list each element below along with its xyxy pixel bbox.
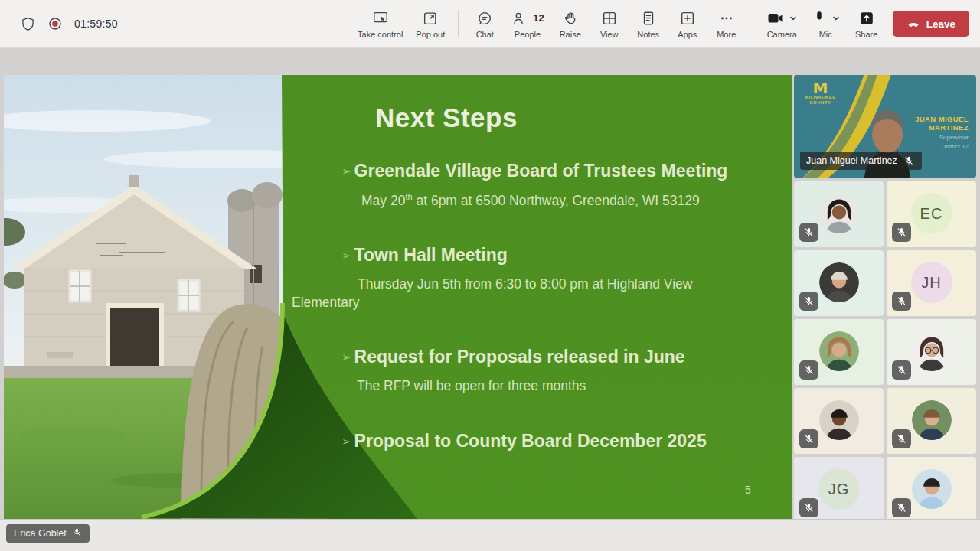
raise-hand-button[interactable]: Raise xyxy=(557,9,583,39)
notes-icon xyxy=(640,10,657,27)
participant-avatar xyxy=(912,469,952,509)
participant-avatar xyxy=(819,331,859,371)
slide-bullet-subtext: The RFP will be open for three months xyxy=(357,378,586,394)
participant-tile-woman-light-brown-hair[interactable] xyxy=(794,319,884,385)
people-count: 12 xyxy=(533,12,544,24)
bullet-arrow: ➢ xyxy=(341,350,351,364)
mic-off-icon xyxy=(799,223,818,242)
slide-bullet-subtext: May 20th at 6pm at 6500 Northway, Greend… xyxy=(361,192,700,209)
participant-tile-man-blue-shirt-tie[interactable] xyxy=(887,457,976,519)
toolbar-right-group: Take control Pop out xyxy=(358,0,969,47)
camera-button[interactable]: Camera xyxy=(766,9,798,39)
slide-bullet-heading: ➢Town Hall Meeting xyxy=(341,245,508,266)
mic-off-icon xyxy=(892,360,911,380)
people-icon xyxy=(511,10,528,27)
bullet-arrow: ➢ xyxy=(341,165,351,178)
participant-tile-woman-dark-curly-hair[interactable] xyxy=(794,181,884,247)
participant-avatar xyxy=(912,331,952,371)
people-button[interactable]: 12 People xyxy=(511,9,544,39)
chat-button[interactable]: Chat xyxy=(472,9,498,39)
people-label: People xyxy=(514,30,541,39)
mic-off-icon xyxy=(799,292,818,311)
slide-bullet-subtext: Elementary xyxy=(292,295,360,311)
slide-bullet-heading: ➢Proposal to County Board December 2025 xyxy=(341,431,707,452)
participant-tile-grid: EC JH xyxy=(794,181,976,519)
participant-avatar xyxy=(819,262,859,302)
leave-phone-icon xyxy=(906,17,920,31)
bullet-arrow: ➢ xyxy=(341,435,351,448)
participant-tile-man-dark-suit[interactable] xyxy=(794,388,884,454)
raise-hand-label: Raise xyxy=(560,30,581,39)
presenter-name: Erica Goblet xyxy=(14,528,67,539)
mic-off-icon xyxy=(892,292,911,311)
camera-icon xyxy=(766,10,785,27)
pop-out-icon xyxy=(422,10,439,27)
camera-label: Camera xyxy=(767,30,797,39)
bottom-bar: Erica Goblet xyxy=(0,519,980,551)
participants-panel: M MILWAUKEE COUNTY JUAN MIGUEL MARTINEZ … xyxy=(794,75,976,519)
participant-avatar xyxy=(912,400,952,440)
slide-bullet-heading: ➢Greendale Village Board of Trustees Mee… xyxy=(341,161,727,181)
more-icon xyxy=(718,10,735,27)
take-control-icon xyxy=(372,10,389,27)
take-control-label: Take control xyxy=(358,30,403,39)
more-button[interactable]: More xyxy=(714,9,740,39)
slide-bullet-subtext: Thursday Jun 5th from 6:30 to 8:00 pm at… xyxy=(358,276,692,292)
mic-off-icon xyxy=(72,527,82,540)
mic-off-icon xyxy=(892,223,911,242)
leave-label: Leave xyxy=(926,18,956,30)
logo-mark: M xyxy=(805,81,836,95)
participant-tile-ec[interactable]: EC xyxy=(887,181,976,247)
mic-off-icon xyxy=(799,360,818,380)
chat-icon xyxy=(476,10,493,27)
apps-button[interactable]: Apps xyxy=(675,9,701,39)
meeting-timer: 01:59:50 xyxy=(74,18,118,30)
take-control-button[interactable]: Take control xyxy=(358,9,403,39)
participant-initials: EC xyxy=(911,193,952,234)
apps-label: Apps xyxy=(678,30,697,39)
camera-options-chevron-icon[interactable] xyxy=(789,14,798,23)
participant-tile-man-white-hair[interactable] xyxy=(794,250,884,316)
slide-page-number: 5 xyxy=(745,484,751,496)
view-button[interactable]: View xyxy=(596,9,622,39)
teams-meeting-window: 01:59:50 Take control xyxy=(0,0,980,551)
mic-off-icon xyxy=(892,429,911,448)
view-icon xyxy=(601,10,618,27)
mic-off-icon xyxy=(799,498,818,517)
participant-avatar xyxy=(819,194,859,233)
mic-button[interactable]: Mic xyxy=(811,9,841,39)
participant-tile-jg[interactable]: JG xyxy=(794,457,884,519)
share-label: Share xyxy=(855,30,877,39)
shield-icon xyxy=(20,16,36,32)
spotlight-video-tile[interactable]: M MILWAUKEE COUNTY JUAN MIGUEL MARTINEZ … xyxy=(794,75,976,178)
view-label: View xyxy=(600,30,619,39)
notes-button[interactable]: Notes xyxy=(635,9,662,39)
mic-off-icon xyxy=(902,154,916,168)
spotlight-name-tag: Juan Miguel Martinez xyxy=(800,152,922,170)
more-label: More xyxy=(717,30,736,39)
slide-title: Next Steps xyxy=(375,103,518,133)
leave-button[interactable]: Leave xyxy=(893,11,969,37)
share-button[interactable]: Share xyxy=(854,9,880,39)
shared-presentation-slide[interactable]: Next Steps ➢Greendale Village Board of T… xyxy=(4,75,792,519)
presenter-name-tag: Erica Goblet xyxy=(6,524,90,543)
meeting-toolbar: 01:59:50 Take control xyxy=(0,0,980,48)
participant-tile-jh[interactable]: JH xyxy=(887,250,976,316)
mic-options-chevron-icon[interactable] xyxy=(831,14,841,23)
milwaukee-county-logo: M MILWAUKEE COUNTY xyxy=(805,81,836,106)
chat-label: Chat xyxy=(476,30,494,39)
participant-initials: JH xyxy=(911,262,952,303)
participant-initials: JG xyxy=(818,468,860,510)
share-icon xyxy=(858,10,875,27)
participant-tile-man-suit-blue-tie[interactable] xyxy=(887,388,976,454)
mic-icon xyxy=(811,10,828,27)
mic-off-icon xyxy=(892,498,911,517)
participant-tile-woman-dark-hair-glasses[interactable] xyxy=(887,319,976,385)
mic-label: Mic xyxy=(819,30,832,39)
apps-icon xyxy=(679,10,696,27)
pop-out-button[interactable]: Pop out xyxy=(416,9,445,39)
raise-hand-icon xyxy=(562,10,579,27)
toolbar-divider xyxy=(753,10,753,37)
toolbar-left-group: 01:59:50 xyxy=(20,0,118,47)
slide-bullet-heading: ➢Request for Proposals released in June xyxy=(341,347,685,367)
